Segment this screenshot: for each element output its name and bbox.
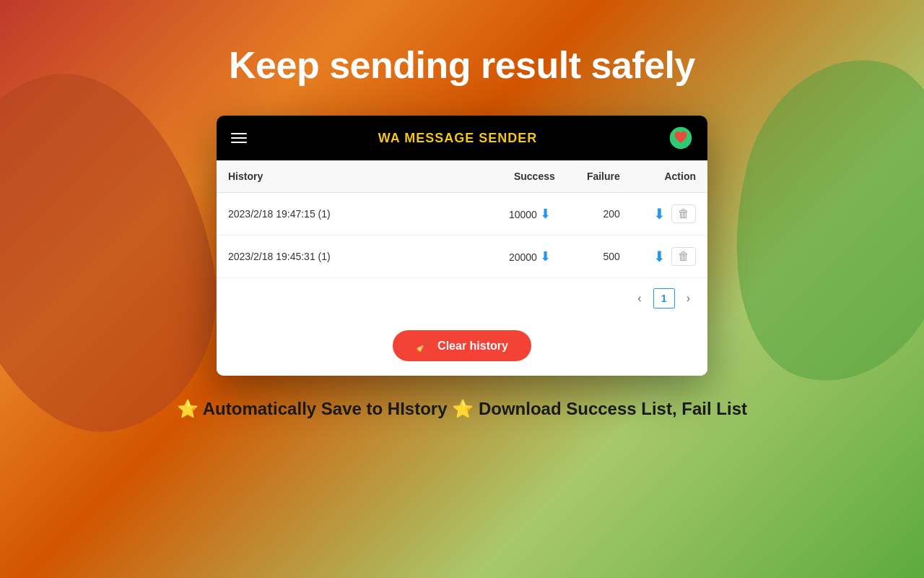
- history-cell-1: 2023/2/18 19:47:15 (1): [217, 193, 487, 236]
- download-failure-icon-1[interactable]: ⬇: [653, 205, 666, 223]
- broom-icon: 🧹: [416, 339, 430, 353]
- success-cell-2: 20000 ⬇: [487, 236, 567, 278]
- content-wrapper: Keep sending result safely WA MESSAGE SE…: [0, 0, 924, 419]
- table-header-row: History Success Failure Action: [217, 160, 707, 193]
- table-row: 2023/2/18 19:47:15 (1) 10000 ⬇ 200 ⬇ 🗑: [217, 193, 707, 236]
- clear-history-section: 🧹 Clear history: [217, 319, 707, 376]
- col-header-success: Success: [487, 160, 567, 193]
- col-header-failure: Failure: [567, 160, 632, 193]
- bottom-features: ⭐ Automatically Save to HIstory ⭐ Downlo…: [177, 399, 747, 419]
- feature-text-1: Automatically Save to HIstory: [203, 399, 448, 418]
- failure-cell-1: 200: [567, 193, 632, 236]
- action-cell-1: ⬇ 🗑: [632, 193, 707, 236]
- failure-cell-2: 500: [567, 236, 632, 278]
- current-page[interactable]: 1: [653, 288, 675, 309]
- action-icons-2: ⬇ 🗑: [643, 247, 696, 266]
- delete-icon-2[interactable]: 🗑: [671, 247, 696, 266]
- main-title: Keep sending result safely: [229, 43, 695, 87]
- clear-history-button[interactable]: 🧹 Clear history: [393, 330, 531, 361]
- download-success-icon-2[interactable]: ⬇: [540, 249, 551, 264]
- app-header: WA MESSAGE SENDER: [217, 116, 707, 160]
- download-failure-icon-2[interactable]: ⬇: [653, 248, 666, 265]
- download-success-icon-1[interactable]: ⬇: [540, 206, 551, 222]
- prev-page-button[interactable]: ‹: [632, 289, 647, 308]
- history-table: History Success Failure Action 2023/2/18…: [217, 160, 707, 278]
- pagination: ‹ 1 ›: [217, 278, 707, 319]
- success-cell-1: 10000 ⬇: [487, 193, 567, 236]
- table-container: History Success Failure Action 2023/2/18…: [217, 160, 707, 319]
- app-window: WA MESSAGE SENDER History Su: [217, 116, 707, 376]
- star-icon-1: ⭐: [177, 399, 199, 418]
- hamburger-menu[interactable]: [231, 133, 247, 143]
- star-icon-2: ⭐: [452, 399, 474, 418]
- table-row: 2023/2/18 19:45:31 (1) 20000 ⬇ 500 ⬇ 🗑: [217, 236, 707, 278]
- col-header-action: Action: [632, 160, 707, 193]
- clear-history-label: Clear history: [437, 340, 508, 353]
- heart-logo-icon: [668, 126, 693, 150]
- feature-text-2: Download Success List, Fail List: [479, 399, 747, 418]
- history-cell-2: 2023/2/18 19:45:31 (1): [217, 236, 487, 278]
- delete-icon-1[interactable]: 🗑: [671, 204, 696, 223]
- action-icons-1: ⬇ 🗑: [643, 204, 696, 223]
- next-page-button[interactable]: ›: [681, 289, 696, 308]
- col-header-history: History: [217, 160, 487, 193]
- action-cell-2: ⬇ 🗑: [632, 236, 707, 278]
- app-title: WA MESSAGE SENDER: [378, 131, 537, 146]
